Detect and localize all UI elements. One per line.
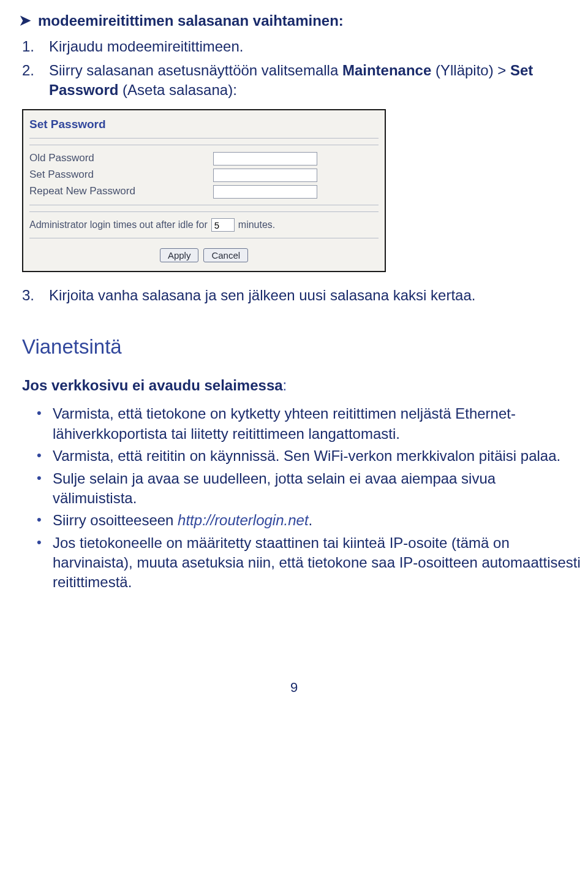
bullet-icon: •: [37, 469, 53, 509]
label-set-password: Set Password: [29, 168, 213, 182]
text-segment: (Aseta salasana):: [118, 82, 236, 98]
old-password-input[interactable]: [213, 152, 317, 165]
list-text: Jos tietokoneelle on määritetty staattin…: [53, 533, 583, 593]
substatement-text: Jos verkkosivu ei avaudu selaimessa: [22, 377, 283, 393]
router-set-password-panel: Set Password Old Password Set Password R…: [22, 109, 386, 272]
list-text: Kirjoita vanha salasana ja sen jälkeen u…: [49, 286, 583, 305]
ordered-list-continued: 3. Kirjoita vanha salasana ja sen jälkee…: [22, 286, 583, 305]
divider: [29, 138, 379, 139]
list-number: 3.: [22, 286, 49, 305]
divider: [29, 211, 379, 212]
list-item: • Sulje selain ja avaa se uudelleen, jot…: [37, 469, 583, 509]
repeat-password-input[interactable]: [213, 185, 317, 199]
bold-term: Maintenance: [342, 62, 431, 78]
list-text: Siirry osoitteeseen http://routerlogin.n…: [53, 511, 583, 530]
list-number: 1.: [22, 37, 49, 56]
form-row-repeat-password: Repeat New Password: [29, 184, 379, 199]
list-item: 1. Kirjaudu modeemireitittimeen.: [22, 37, 583, 56]
list-text: Kirjaudu modeemireitittimeen.: [49, 37, 583, 56]
list-text: Sulje selain ja avaa se uudelleen, jotta…: [53, 469, 583, 509]
panel-button-row: Apply Cancel: [29, 248, 379, 262]
section-heading-row: ➤ modeemireitittimen salasanan vaihtamin…: [18, 11, 583, 31]
panel-title: Set Password: [29, 116, 379, 132]
bullet-list: • Varmista, että tietokone on kytketty y…: [37, 404, 583, 593]
divider: [29, 145, 379, 145]
set-password-input[interactable]: [213, 169, 317, 182]
timeout-suffix: minutes.: [238, 218, 275, 232]
form-row-old-password: Old Password: [29, 151, 379, 165]
timeout-minutes-input[interactable]: [211, 218, 235, 232]
list-text: Siirry salasanan asetusnäyttöön valitsem…: [49, 61, 583, 101]
bullet-icon: •: [37, 404, 53, 444]
list-number: 2.: [22, 61, 49, 101]
list-text: Varmista, että reititin on käynnissä. Se…: [53, 446, 583, 466]
list-item: 2. Siirry salasanan asetusnäyttöön valit…: [22, 61, 583, 101]
bullet-icon: •: [37, 533, 53, 593]
document-page: ➤ modeemireitittimen salasanan vaihtamin…: [0, 0, 588, 734]
arrow-icon: ➤: [18, 11, 32, 30]
text-segment: Siirry osoitteeseen: [53, 512, 178, 528]
timeout-prefix: Administrator login times out after idle…: [29, 218, 208, 232]
divider: [29, 205, 379, 205]
divider: [29, 238, 379, 238]
list-item: • Varmista, että tietokone on kytketty y…: [37, 404, 583, 444]
apply-button[interactable]: Apply: [160, 248, 199, 262]
bullet-icon: •: [37, 511, 53, 530]
label-old-password: Old Password: [29, 151, 213, 165]
form-row-set-password: Set Password: [29, 168, 379, 182]
section-heading-text: modeemireitittimen salasanan vaihtaminen…: [38, 11, 344, 31]
ordered-list: 1. Kirjaudu modeemireitittimeen. 2. Siir…: [22, 37, 583, 100]
timeout-row: Administrator login times out after idle…: [29, 218, 379, 232]
text-segment: Siirry salasanan asetusnäyttöön valitsem…: [49, 62, 342, 78]
list-item: • Siirry osoitteeseen http://routerlogin…: [37, 511, 583, 530]
page-number: 9: [5, 678, 583, 697]
list-item: 3. Kirjoita vanha salasana ja sen jälkee…: [22, 286, 583, 305]
list-text: Varmista, että tietokone on kytketty yht…: [53, 404, 583, 444]
troubleshooting-heading: Vianetsintä: [22, 333, 583, 361]
list-item: • Varmista, että reititin on käynnissä. …: [37, 446, 583, 466]
cancel-button[interactable]: Cancel: [203, 248, 248, 262]
substatement: Jos verkkosivu ei avaudu selaimessa:: [22, 376, 583, 395]
url-link[interactable]: http://routerlogin.net: [178, 512, 308, 528]
bullet-icon: •: [37, 446, 53, 466]
text-segment: .: [309, 512, 313, 528]
text-segment: (Ylläpito) >: [431, 62, 510, 78]
label-repeat-password: Repeat New Password: [29, 184, 213, 199]
list-item: • Jos tietokoneelle on määritetty staatt…: [37, 533, 583, 593]
substatement-colon: :: [283, 377, 287, 393]
